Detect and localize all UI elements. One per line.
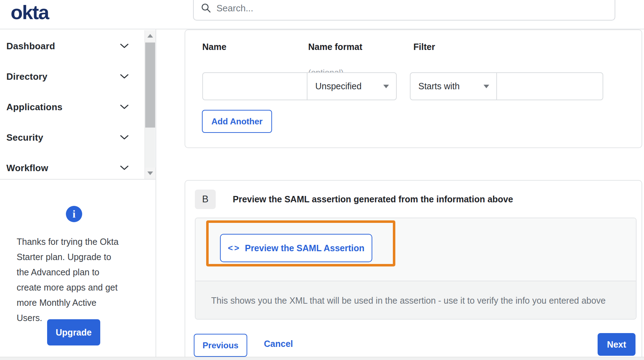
preview-saml-card: B Preview the SAML assertion generated f…: [185, 180, 642, 360]
sidebar-item-dashboard[interactable]: Dashboard: [0, 34, 143, 58]
filter-column-label: Filter: [413, 42, 435, 52]
sidebar-item-label: Directory: [6, 71, 47, 82]
step-b-badge: B: [195, 190, 216, 209]
triangle-up-icon: [147, 34, 153, 38]
name-format-select[interactable]: Unspecified: [307, 72, 397, 100]
filter-type-value: Starts with: [418, 81, 460, 91]
filter-type-select[interactable]: Starts with: [410, 72, 497, 100]
section-b-header: B Preview the SAML assertion generated f…: [195, 190, 513, 209]
upgrade-button[interactable]: Upgrade: [47, 319, 100, 345]
preview-saml-assertion-button[interactable]: <> Preview the SAML Assertion: [220, 234, 372, 262]
caret-down-icon: [383, 85, 389, 88]
chevron-down-icon: [120, 165, 129, 170]
add-another-button[interactable]: Add Another: [202, 110, 272, 133]
sidebar-item-security[interactable]: Security: [0, 125, 143, 150]
chevron-down-icon: [120, 44, 129, 49]
info-icon: i: [66, 206, 82, 222]
sidebar-item-label: Workflow: [6, 163, 48, 174]
search-icon: [201, 3, 211, 13]
previous-button[interactable]: Previous: [194, 334, 247, 357]
cancel-link[interactable]: Cancel: [264, 339, 293, 349]
sidebar-item-workflow[interactable]: Workflow: [0, 156, 143, 180]
sidebar-scrollbar[interactable]: [145, 30, 155, 179]
sidebar: Dashboard Directory Applications Securit…: [0, 29, 156, 360]
preview-note-area: This shows you the XML that will be used…: [196, 281, 636, 320]
promo-text: Thanks for trying the Okta Starter plan.…: [17, 234, 120, 326]
name-column-label: Name: [202, 42, 226, 52]
chevron-down-icon: [120, 105, 129, 109]
okta-logo: okta: [11, 1, 49, 24]
scrollbar-thumb[interactable]: [145, 43, 155, 128]
name-format-column-label: Name format: [308, 42, 362, 52]
caret-down-icon: [484, 85, 489, 88]
code-brackets-icon: <>: [228, 243, 241, 253]
scroll-down-button[interactable]: [145, 168, 156, 179]
horizontal-scrollbar[interactable]: [0, 357, 644, 360]
preview-button-area: <> Preview the SAML Assertion: [196, 218, 636, 281]
chevron-down-icon: [120, 74, 129, 79]
triangle-down-icon: [147, 171, 153, 175]
sidebar-item-label: Security: [6, 132, 43, 143]
sidebar-item-applications[interactable]: Applications: [0, 95, 143, 119]
global-search[interactable]: [193, 0, 615, 21]
search-input[interactable]: [216, 3, 615, 14]
sidebar-item-label: Dashboard: [6, 41, 55, 52]
sidebar-item-label: Applications: [6, 102, 62, 113]
sidebar-item-directory[interactable]: Directory: [0, 64, 143, 89]
attribute-statements-card: Name Name format (optional) Filter Unspe…: [185, 29, 642, 148]
upgrade-promo-panel: i Thanks for trying the Okta Starter pla…: [0, 180, 156, 360]
scroll-up-button[interactable]: [145, 30, 156, 41]
top-header: okta: [0, 0, 644, 29]
attribute-name-input[interactable]: [202, 72, 307, 100]
preview-panel: <> Preview the SAML Assertion This shows…: [195, 218, 637, 320]
filter-value-input[interactable]: [496, 72, 603, 100]
chevron-down-icon: [120, 135, 129, 140]
section-b-title: Preview the SAML assertion generated fro…: [233, 194, 513, 204]
sidebar-menu: Dashboard Directory Applications Securit…: [0, 29, 156, 180]
preview-note: This shows you the XML that will be used…: [211, 296, 606, 306]
preview-button-label: Preview the SAML Assertion: [245, 243, 365, 253]
name-format-value: Unspecified: [315, 81, 362, 91]
next-button[interactable]: Next: [598, 333, 635, 356]
